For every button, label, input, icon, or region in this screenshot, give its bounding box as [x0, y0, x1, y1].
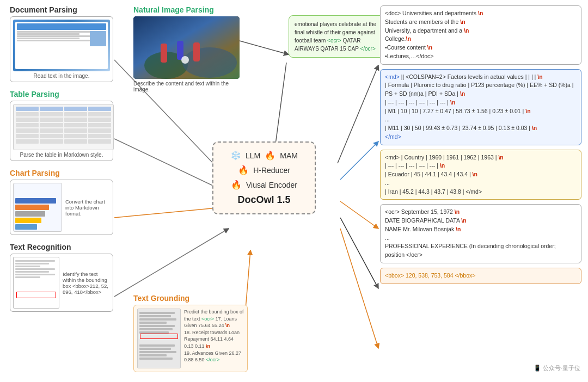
soccer-image-svg: [133, 16, 240, 79]
right-column: <doc> Universities and departments \n St…: [380, 5, 581, 284]
model-hreducer-row: 🔥 H-Reducer: [222, 165, 306, 175]
ocr-tag-open: <ocr>: [327, 38, 341, 44]
chart-parsing-section: Chart Parsing: [10, 169, 130, 235]
table-parsing-box: Parse the table in Markdown style.: [10, 101, 113, 161]
model-llm-label: LLM: [246, 151, 260, 160]
ocr-doc-output: <doc> Universities and departments \n St…: [380, 5, 581, 65]
svg-line-7: [338, 65, 378, 163]
table-parsing-title: Table Parsing: [10, 90, 130, 98]
svg-line-11: [340, 229, 378, 348]
svg-rect-19: [177, 41, 183, 60]
svg-line-0: [240, 41, 289, 54]
text-recognition-title: Text Recognition: [10, 243, 130, 251]
chart-parsing-title: Chart Parsing: [10, 169, 130, 177]
document-parsing-image: [13, 20, 110, 71]
hreducer-icon: 🔥: [238, 165, 249, 175]
svg-line-5: [114, 229, 229, 297]
document-parsing-section: Document Parsing Read text in the image.: [10, 5, 130, 82]
bounding-box-indicator: [16, 292, 56, 298]
svg-point-17: [182, 47, 237, 78]
natural-image-parsing-image: [133, 16, 240, 79]
text-grounding-image: [137, 309, 181, 368]
bbox-output: <bbox> 120, 538, 753, 584 </bbox>: [380, 268, 581, 284]
model-visual-encoder-row: 🔥 Viusal Encoder: [222, 180, 306, 190]
md-table-text: <md> || <COLSPAN=2> Factors levels in ac…: [385, 73, 574, 140]
visual-encoder-icon: 🔥: [231, 180, 242, 190]
chart-parsing-box: Convert the chart into Markdown format.: [10, 180, 113, 235]
watermark-icon: 📱: [534, 365, 541, 372]
bbox-text: <bbox> 120, 538, 753, 584 </bbox>: [385, 272, 475, 279]
text-grounding-section: Text Grounding Predict the bounding box …: [133, 294, 248, 372]
table-parsing-section: Table Parsing: [10, 90, 130, 161]
model-hreducer-label: H-Reducer: [253, 166, 290, 175]
mam-icon: 🔥: [265, 150, 275, 161]
svg-rect-18: [161, 44, 167, 63]
chart-parsing-caption: Convert the chart into Markdown format.: [65, 183, 110, 232]
svg-line-4: [114, 207, 229, 218]
svg-line-10: [340, 218, 378, 288]
watermark: 📱 公众号·量子位: [534, 364, 580, 372]
model-box: ❄️ LLM 🔥 MAM 🔥 H-Reducer 🔥 Viusal Encode…: [212, 141, 316, 214]
ocr-doc-text: <doc> Universities and departments \n St…: [385, 10, 483, 59]
document-parsing-caption: Read text in the image.: [13, 73, 110, 79]
table-parsing-image: [13, 104, 114, 150]
text-grounding-red-box: [140, 334, 178, 339]
center-input-text: emotional players celebrate at the final…: [295, 21, 376, 52]
svg-line-9: [340, 201, 378, 229]
svg-line-8: [340, 141, 378, 180]
text-recognition-section: Text Recognition Identify the te: [10, 243, 130, 312]
ocr-tag-close: </ocr>: [360, 46, 375, 52]
left-column: Document Parsing Read text in the image.: [10, 5, 130, 312]
svg-rect-20: [193, 42, 200, 61]
natural-image-parsing-caption: Describe the content and text within the…: [133, 81, 242, 93]
text-grounding-title: Text Grounding: [133, 294, 248, 303]
md-country-text: <md> | Country | 1960 | 1961 | 1962 | 19…: [385, 154, 504, 195]
text-grounding-box: Predict the bounding box of the text <oc…: [133, 305, 248, 372]
model-section: ❄️ LLM 🔥 MAM 🔥 H-Reducer 🔥 Viusal Encode…: [212, 141, 321, 214]
text-grounding-text: Predict the bounding box of the text <oc…: [184, 309, 244, 368]
model-mam-label: MAM: [280, 151, 298, 160]
svg-point-21: [181, 56, 189, 64]
center-input-box: emotional players celebrate at the final…: [289, 15, 392, 58]
llm-icon: ❄️: [230, 150, 241, 161]
md-country-output: <md> | Country | 1960 | 1961 | 1962 | 19…: [380, 150, 581, 200]
natural-image-parsing-section: Natural Image Parsing: [133, 5, 242, 93]
ocr-bio-text: <ocr> September 15, 1972 \n DATE BIOGRAP…: [385, 208, 556, 258]
md-table-output: <md> || <COLSPAN=2> Factors levels in ac…: [380, 69, 581, 145]
model-name: DocOwl 1.5: [222, 194, 306, 206]
model-llm-row: ❄️ LLM 🔥 MAM: [222, 150, 306, 161]
document-parsing-box: Read text in the image.: [10, 16, 113, 82]
main-container: Document Parsing Read text in the image.: [0, 0, 588, 382]
chart-parsing-image: [13, 183, 62, 232]
ocr-bio-output: <ocr> September 15, 1972 \n DATE BIOGRAP…: [380, 204, 581, 263]
natural-image-parsing-title: Natural Image Parsing: [133, 5, 242, 14]
watermark-text: 公众号·量子位: [543, 364, 580, 372]
text-recognition-box: Identify the text within the bounding bo…: [10, 254, 113, 312]
document-parsing-title: Document Parsing: [10, 5, 130, 14]
table-parsing-caption: Parse the table in Markdown style.: [13, 152, 110, 158]
text-recognition-caption: Identify the text within the bounding bo…: [63, 257, 110, 309]
text-recognition-image: [13, 257, 59, 309]
model-visual-encoder-label: Viusal Encoder: [246, 181, 297, 189]
svg-line-3: [114, 139, 229, 193]
